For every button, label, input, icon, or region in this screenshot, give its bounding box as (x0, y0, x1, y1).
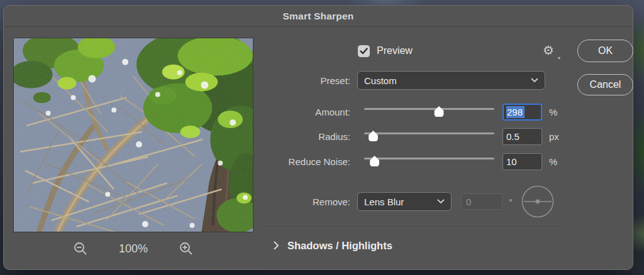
radius-value-text: 0.5 (506, 131, 519, 142)
settings-panel: Preview ⚙ ▾ Preset: Custom Amount: 298 (265, 32, 560, 266)
preset-dropdown-value: Custom (364, 75, 527, 86)
amount-slider-track[interactable] (364, 108, 494, 110)
angle-dial-icon (521, 185, 554, 218)
remove-label: Remove: (265, 197, 350, 207)
chevron-down-icon (531, 78, 538, 83)
reduce-noise-unit-label: % (549, 156, 557, 167)
reduce-noise-slider-track[interactable] (364, 158, 494, 159)
gear-caret-icon: ▾ (558, 55, 560, 61)
angle-value-text: 0 (466, 197, 471, 207)
radius-label: Radius: (265, 131, 350, 142)
radius-slider[interactable] (364, 127, 494, 145)
image-preview[interactable] (13, 38, 253, 232)
section-divider (265, 227, 560, 227)
amount-slider[interactable] (364, 103, 494, 121)
angle-input-disabled: 0 (461, 193, 502, 210)
ok-button[interactable]: OK (577, 40, 633, 62)
reduce-noise-row: Reduce Noise: 10 % (265, 153, 560, 170)
chevron-right-icon (274, 241, 279, 250)
radius-slider-track[interactable] (364, 132, 494, 134)
cancel-button[interactable]: Cancel (577, 74, 633, 95)
amount-value-field[interactable]: 298 (502, 104, 542, 121)
smart-sharpen-dialog: Smart Sharpen (3, 5, 633, 270)
checkmark-icon (360, 48, 368, 55)
amount-value-text: 298 (506, 106, 525, 118)
amount-row: Amount: 298 % (265, 103, 560, 121)
zoom-out-icon[interactable] (73, 241, 88, 256)
angle-dial-disabled (521, 185, 554, 218)
reduce-noise-slider[interactable] (364, 153, 494, 170)
reduce-noise-value-field[interactable]: 10 (502, 153, 542, 170)
preview-row: Preview ⚙ ▾ (265, 43, 560, 58)
amount-unit-label: % (549, 107, 557, 117)
preview-zoom-controls: 100% (13, 239, 253, 258)
amount-label: Amount: (265, 107, 350, 117)
remove-dropdown-value: Lens Blur (364, 197, 433, 207)
zoom-in-icon[interactable] (179, 241, 194, 256)
radius-row: Radius: 0.5 px (265, 127, 560, 145)
shadows-highlights-label: Shadows / Highlights (287, 240, 392, 252)
remove-row: Remove: Lens Blur 0 ° (265, 185, 560, 218)
gear-icon: ⚙ (543, 43, 554, 57)
remove-dropdown[interactable]: Lens Blur (357, 192, 452, 211)
chevron-down-icon (437, 199, 445, 204)
preset-dropdown[interactable]: Custom (357, 71, 545, 90)
preset-label: Preset: (265, 75, 350, 86)
preview-checkbox-label: Preview (377, 45, 413, 57)
reduce-noise-value-text: 10 (506, 156, 517, 167)
zoom-level-label: 100% (117, 242, 150, 256)
reduce-noise-label: Reduce Noise: (265, 156, 350, 167)
degree-symbol: ° (509, 197, 513, 207)
dialog-title: Smart Sharpen (4, 6, 633, 27)
shadows-highlights-disclosure[interactable]: Shadows / Highlights (265, 237, 560, 254)
tree-branches-preview-image (14, 38, 253, 232)
radius-unit-label: px (549, 131, 559, 142)
preset-row: Preset: Custom (265, 71, 560, 90)
radius-value-field[interactable]: 0.5 (502, 128, 542, 145)
preview-checkbox[interactable] (358, 45, 370, 57)
settings-menu-button[interactable]: ⚙ ▾ (543, 43, 560, 60)
